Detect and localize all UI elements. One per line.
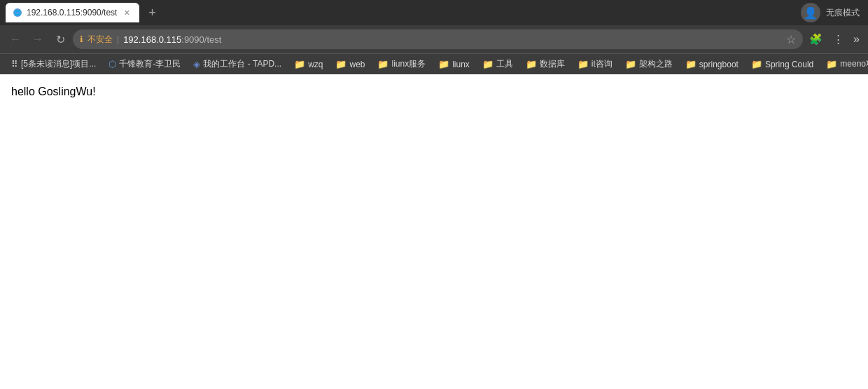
bookmark-tapd-label: 我的工作台 - TAPD... — [203, 58, 281, 70]
bookmark-spring-could-label: Spring Could — [765, 60, 813, 69]
reload-icon: ↻ — [56, 33, 65, 46]
navigation-bar: ← → ↻ ℹ 不安全 | 192.168.0.115:9090/test ☆ … — [0, 25, 868, 53]
tab-controls: 👤 无痕模式 — [801, 3, 862, 22]
favicon-icon: 🌐 — [13, 8, 22, 17]
url-path: :9090/test — [181, 34, 221, 45]
browser-window: 🌐 192.168.0.115:9090/test × + 👤 无痕模式 ← →… — [0, 0, 868, 389]
bookmark-liunx[interactable]: 📁 liunx — [433, 57, 475, 71]
extend-button[interactable]: » — [850, 33, 862, 46]
security-text: 不安全 — [88, 34, 113, 46]
address-url: 192.168.0.115:9090/test — [123, 34, 782, 45]
bookmark-liunx-service-label: liunx服务 — [391, 58, 426, 70]
bookmark-icon-tapd: ◈ — [193, 59, 200, 69]
back-icon: ← — [10, 33, 21, 46]
url-domain: 192.168.0.115 — [123, 34, 181, 45]
bookmark-meeno[interactable]: 📁 meeno项目 — [820, 56, 868, 72]
folder-icon-it-consult: 📁 — [578, 59, 589, 69]
page-text: hello GoslingWu! — [11, 86, 857, 98]
folder-icon-wzq: 📁 — [294, 59, 305, 69]
address-separator: | — [117, 34, 119, 44]
bookmark-meeno-label: meeno项目 — [840, 58, 868, 70]
new-tab-button[interactable]: + — [142, 3, 162, 22]
folder-icon-spring-could: 📁 — [751, 59, 762, 69]
bookmark-wzq[interactable]: 📁 wzq — [288, 57, 328, 71]
folder-icon-web: 📁 — [335, 59, 346, 69]
bookmark-wzq-label: wzq — [308, 60, 323, 69]
forward-icon: → — [32, 33, 43, 46]
address-bar[interactable]: ℹ 不安全 | 192.168.0.115:9090/test ☆ — [73, 29, 803, 49]
bookmark-web-label: web — [349, 60, 365, 69]
menu-button[interactable]: ⋮ — [828, 29, 848, 49]
tab-label: 192.168.0.115:9090/test — [27, 8, 117, 18]
extensions-button[interactable]: 🧩 — [806, 29, 825, 49]
bookmark-springboot[interactable]: 📁 springboot — [680, 57, 744, 71]
incognito-label: 无痕模式 — [823, 7, 862, 19]
bookmark-it-consult[interactable]: 📁 it咨询 — [572, 56, 618, 72]
bookmark-it-consult-label: it咨询 — [592, 58, 612, 70]
security-icon: ℹ — [80, 34, 83, 44]
reload-button[interactable]: ↻ — [50, 29, 70, 49]
tab-favicon: 🌐 — [13, 8, 22, 18]
bookmark-qianfeng[interactable]: ⬡ 千锋教育-李卫民 — [103, 56, 186, 72]
folder-icon-springboot: 📁 — [685, 59, 696, 69]
active-tab[interactable]: 🌐 192.168.0.115:9090/test × — [6, 3, 139, 22]
folder-icon-meeno: 📁 — [826, 59, 837, 69]
bookmarks-bar: ⠿ [5条未读消息]项目... ⬡ 千锋教育-李卫民 ◈ 我的工作台 - TAP… — [0, 53, 868, 74]
page-content: hello GoslingWu! — [0, 74, 868, 389]
nav-right-controls: 🧩 ⋮ — [806, 29, 848, 49]
bookmark-apps[interactable]: ⠿ [5条未读消息]项目... — [6, 56, 102, 72]
bookmark-icon-qianfeng: ⬡ — [108, 59, 116, 69]
bookmark-qianfeng-label: 千锋教育-李卫民 — [119, 58, 181, 70]
bookmark-liunx-label: liunx — [452, 60, 470, 69]
bookmark-architecture-label: 架构之路 — [639, 58, 673, 70]
bookmark-tapd[interactable]: ◈ 我的工作台 - TAPD... — [188, 56, 287, 72]
bookmark-liunx-service[interactable]: 📁 liunx服务 — [372, 56, 431, 72]
incognito-icon: 👤 — [801, 3, 820, 22]
bookmark-web[interactable]: 📁 web — [330, 57, 370, 71]
bookmark-apps-label: [5条未读消息]项目... — [21, 58, 96, 70]
bookmark-database[interactable]: 📁 数据库 — [520, 56, 570, 72]
bookmark-tools[interactable]: 📁 工具 — [477, 56, 519, 72]
bookmark-spring-could[interactable]: 📁 Spring Could — [746, 57, 819, 71]
tab-bar: 🌐 192.168.0.115:9090/test × + 👤 无痕模式 — [0, 0, 868, 25]
apps-icon: ⠿ — [11, 59, 18, 69]
folder-icon-liunx-service: 📁 — [377, 59, 388, 69]
bookmark-architecture[interactable]: 📁 架构之路 — [620, 56, 678, 72]
puzzle-icon: 🧩 — [809, 33, 822, 46]
back-button[interactable]: ← — [6, 29, 25, 49]
tab-close-button[interactable]: × — [121, 7, 132, 18]
folder-icon-architecture: 📁 — [625, 59, 636, 69]
forward-button[interactable]: → — [28, 29, 48, 49]
folder-icon-liunx: 📁 — [438, 59, 449, 69]
incognito-char: 👤 — [804, 6, 818, 20]
menu-icon: ⋮ — [833, 33, 844, 46]
bookmark-star-button[interactable]: ☆ — [786, 33, 796, 46]
bookmark-tools-label: 工具 — [496, 58, 513, 70]
folder-icon-database: 📁 — [526, 59, 537, 69]
folder-icon-tools: 📁 — [482, 59, 493, 69]
bookmark-springboot-label: springboot — [699, 60, 738, 69]
bookmark-database-label: 数据库 — [540, 58, 565, 70]
